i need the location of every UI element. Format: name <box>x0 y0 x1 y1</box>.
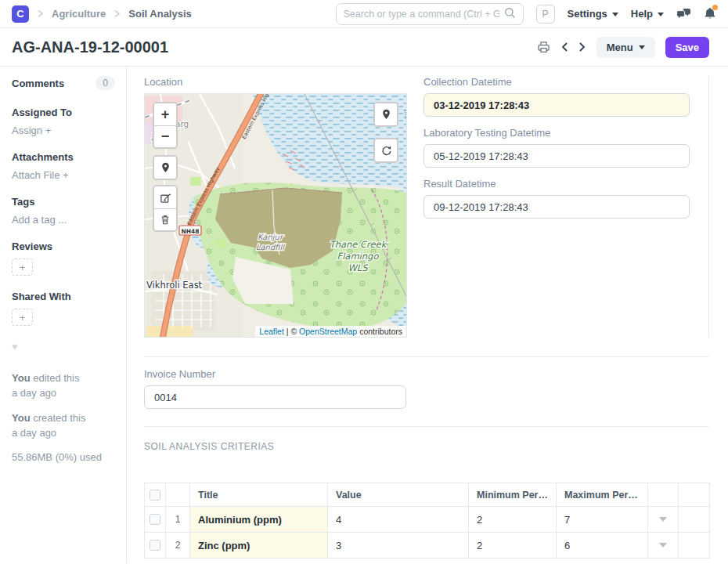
row-number: 2 <box>166 533 190 559</box>
value-cell[interactable]: 4 <box>328 507 469 533</box>
assigned-to-label: Assigned To <box>12 107 115 118</box>
table-row: 2 Zinc (ppm) 3 2 6 <box>145 533 710 559</box>
next-record-icon[interactable] <box>578 42 586 52</box>
settings-menu[interactable]: Settings <box>568 8 618 20</box>
map-zoom-in-button[interactable]: + <box>154 103 176 125</box>
row-number: 1 <box>166 507 190 533</box>
laboratory-testing-datetime-input[interactable]: 05-12-2019 17:28:43 <box>423 144 690 168</box>
add-share-button[interactable]: + <box>12 309 33 326</box>
filler-column-header <box>679 483 710 507</box>
title-cell[interactable]: Aluminium (ppm) <box>190 507 328 533</box>
map-wls-label: Flamingo <box>337 251 380 262</box>
activity-time: a day ago <box>12 427 56 439</box>
help-menu[interactable]: Help <box>631 8 664 20</box>
row-actions-header <box>648 483 679 507</box>
map-refresh-button[interactable] <box>375 139 397 161</box>
page-title: AG-ANA-19-12-00001 <box>12 38 168 56</box>
app-logo[interactable]: C <box>12 5 29 23</box>
max-cell[interactable]: 6 <box>557 533 648 559</box>
max-cell[interactable]: 7 <box>557 507 648 533</box>
min-permissible-column-header: Minimum Permissi... <box>469 483 557 507</box>
activity-time: a day ago <box>12 387 56 399</box>
comments-label[interactable]: Comments <box>12 78 64 89</box>
row-checkbox[interactable] <box>150 540 160 551</box>
save-button[interactable]: Save <box>665 37 709 58</box>
invoice-number-input[interactable]: 0014 <box>144 385 406 409</box>
chevron-right-icon <box>114 9 121 18</box>
row-checkbox[interactable] <box>150 514 160 525</box>
map-canvas: urmarg ast Vikhroli East Kanjur Landfill… <box>145 94 407 338</box>
search-input[interactable] <box>344 9 499 20</box>
search-icon[interactable] <box>504 7 516 21</box>
min-cell[interactable]: 2 <box>469 507 557 533</box>
comments-count-badge: 0 <box>96 76 115 90</box>
notification-dot <box>712 5 718 10</box>
map-draw-delete-button[interactable] <box>154 208 176 230</box>
result-datetime-input[interactable]: 09-12-2019 17:28:43 <box>423 195 690 219</box>
row-number-header <box>166 483 190 507</box>
attach-file-button[interactable]: Attach File + <box>12 169 115 181</box>
form-body: Location <box>127 67 728 563</box>
shared-with-label: Shared With <box>12 291 115 302</box>
leaflet-map[interactable]: urmarg ast Vikhroli East Kanjur Landfill… <box>144 93 407 338</box>
add-review-button[interactable]: + <box>12 258 33 276</box>
add-tag-input[interactable]: Add a tag ... <box>12 214 115 226</box>
select-all-checkbox[interactable] <box>150 490 160 501</box>
activity-user: You <box>12 412 31 424</box>
map-wls-label: WLS <box>348 262 369 273</box>
title-cell[interactable]: Zinc (ppm) <box>190 533 328 559</box>
edited-activity: You edited this a day ago <box>12 371 115 401</box>
filler-cell <box>679 507 710 533</box>
map-wls-label: Thane Creek <box>330 239 388 250</box>
menu-button[interactable]: Menu <box>596 37 655 58</box>
map-pin-location-button[interactable] <box>375 103 397 125</box>
global-search <box>336 3 524 25</box>
like-heart-icon[interactable]: ♥ <box>12 341 115 352</box>
form-sidebar: Comments 0 Assigned To Assign + Attachme… <box>0 67 127 563</box>
openstreetmap-link[interactable]: OpenStreetMap <box>299 327 357 336</box>
chevron-right-icon <box>37 9 44 18</box>
map-landfill-label: Kanjur <box>258 233 284 242</box>
user-avatar[interactable]: P <box>536 5 555 24</box>
chevron-down-icon <box>658 13 664 16</box>
prev-record-icon[interactable] <box>560 42 568 52</box>
map-draw-edit-button[interactable] <box>154 186 176 208</box>
row-expand-icon[interactable] <box>659 543 667 548</box>
tags-label: Tags <box>12 196 115 208</box>
map-landfill-label: Landfill <box>256 243 285 251</box>
assign-button[interactable]: Assign + <box>12 125 115 136</box>
chat-icon[interactable] <box>676 8 691 20</box>
row-expand-icon[interactable] <box>659 517 667 522</box>
breadcrumb-soil-analysis[interactable]: Soil Analysis <box>128 8 191 20</box>
table-header-row: Title Value Minimum Permissi... Maximum … <box>145 483 710 507</box>
notifications-bell[interactable] <box>704 7 716 20</box>
print-icon[interactable] <box>537 41 550 53</box>
value-column-header: Value <box>328 483 469 507</box>
attribution-separator: | © <box>284 327 299 336</box>
min-cell[interactable]: 2 <box>469 533 557 559</box>
svg-text:NH48: NH48 <box>182 228 200 235</box>
criterias-section-title: SOIL ANALYSIS CRITERIAS <box>144 441 709 452</box>
criterias-table: Title Value Minimum Permissi... Maximum … <box>144 483 710 559</box>
activity-action: edited this <box>33 372 79 384</box>
map-zoom-out-button[interactable]: − <box>154 125 176 147</box>
attribution-suffix: contributors <box>357 327 402 336</box>
leaflet-link[interactable]: Leaflet <box>259 327 284 336</box>
filler-cell <box>679 533 710 559</box>
result-datetime-label: Result Datetime <box>423 178 690 190</box>
max-permissible-column-header: Maximum Permissi... <box>557 483 648 507</box>
collection-datetime-label: Collection Datetime <box>423 76 690 88</box>
title-column-header: Title <box>190 483 328 507</box>
section-location-datetimes: Location <box>144 67 709 357</box>
breadcrumb-agriculture[interactable]: Agriculture <box>52 8 106 20</box>
collection-datetime-input[interactable]: 03-12-2019 17:28:43 <box>423 93 690 117</box>
attachments-label: Attachments <box>12 151 115 163</box>
settings-label: Settings <box>568 8 607 20</box>
map-attribution: Leaflet | © OpenStreetMap contributors <box>255 326 406 337</box>
value-cell[interactable]: 3 <box>328 533 469 559</box>
reviews-label: Reviews <box>12 240 115 252</box>
chevron-down-icon <box>612 13 618 16</box>
map-locate-button[interactable] <box>154 157 176 179</box>
table-row: 1 Aluminium (ppm) 4 2 7 <box>145 507 710 533</box>
location-label: Location <box>144 76 407 88</box>
